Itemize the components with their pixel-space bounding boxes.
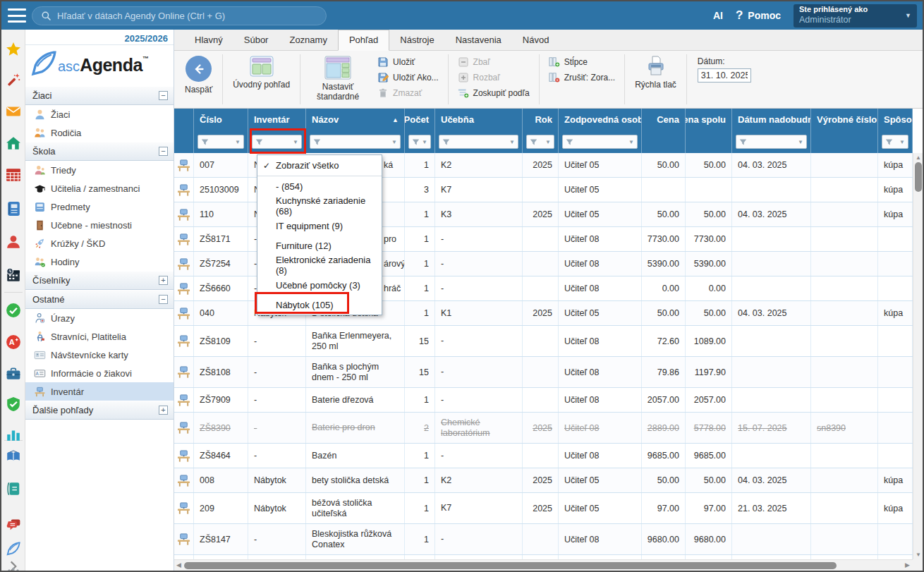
column-header-cena[interactable]: Cena [642, 109, 686, 130]
back-button[interactable]: Naspäť [178, 51, 219, 108]
tab-Pohľad[interactable]: Pohľad [338, 30, 389, 51]
wand-icon[interactable] [6, 72, 21, 87]
search-input[interactable] [57, 11, 317, 21]
dropdown-item-- (854)[interactable]: - (854) [257, 176, 382, 196]
person-icon[interactable] [6, 234, 21, 250]
pen-icon[interactable] [6, 541, 21, 556]
tab-Nástroje[interactable]: Nástroje [389, 30, 444, 50]
vertical-scrollbar[interactable]: ▲ ▼ [913, 153, 923, 559]
nav-item-Predmety[interactable]: Predmety [25, 197, 174, 216]
delete-button[interactable]: Zmazať [377, 87, 439, 99]
collapse-button[interactable]: Zbaľ [458, 56, 530, 68]
nav-item-Hodiny[interactable]: Hodiny [25, 252, 174, 271]
nav-item-Stravníci, Platitelia[interactable]: Stravníci, Platitelia [25, 327, 174, 346]
table-row[interactable]: ZŠ8464-Bazén1-Učiteľ 089685.009685.00 [174, 444, 913, 468]
column-header-sposob[interactable]: Spôsob [878, 109, 913, 130]
filter-combo-osoba[interactable]: ▼ [562, 135, 638, 149]
dropdown-item-Elektronické zariadenia (8)[interactable]: Elektronické zariadenia (8) [257, 255, 382, 275]
shield-check-icon[interactable] [6, 396, 21, 412]
mail-icon[interactable] [6, 104, 21, 119]
vertical-scrollbar-thumb[interactable] [915, 162, 922, 192]
aplus-circle-icon[interactable]: A [6, 334, 21, 350]
column-header-rok[interactable]: Rok [523, 109, 559, 130]
table-row[interactable]: 209Nábytokbéžová stolička učiteľská1K720… [174, 493, 913, 524]
calendar-clock-icon[interactable] [6, 267, 21, 283]
filter-combo-cislo[interactable]: ▼ [197, 135, 244, 149]
nav-item-Učebne - miestnosti[interactable]: Učebne - miestnosti [25, 216, 174, 234]
hamburger-menu-icon[interactable] [8, 8, 26, 23]
dropdown-item-Zobraziť všetko[interactable]: ✓Zobraziť všetko [257, 155, 382, 176]
filter-combo-rok[interactable]: ▼ [526, 135, 554, 149]
nav-item-Návštevnícke karty[interactable]: Návštevnícke karty [25, 346, 174, 364]
column-header-pocet[interactable]: Počet [405, 109, 435, 130]
expand-box-icon[interactable]: + [159, 406, 168, 415]
table-row[interactable]: ZŠ7909-Baterie dřezová1-Učiteľ 082057.00… [174, 388, 913, 413]
nav-section-Ďalšie pohľady[interactable]: Ďalšie pohľady+ [25, 401, 174, 420]
nav-item-Inventár[interactable]: Inventár [25, 382, 174, 401]
set-standard-button[interactable]: Nastaviť štandardné [304, 51, 372, 108]
chat-bubbles-icon[interactable] [6, 516, 21, 532]
nav-section-Číselníky[interactable]: Číselníky+ [25, 271, 174, 290]
table-row[interactable]: ZŠ8390-Baterie pro dron2Chemické laborat… [174, 413, 913, 444]
school-year[interactable]: 2025/2026 [25, 30, 174, 45]
quick-print-button[interactable]: Rýchla tlač [628, 51, 683, 108]
nav-item-Krúžky / ŠKD[interactable]: Krúžky / ŠKD [25, 234, 174, 252]
table-row[interactable]: 008Nábytokbety stolička detská1K22025Uči… [174, 468, 913, 493]
filter-combo-inventar[interactable]: ▼ [252, 135, 302, 149]
horizontal-scrollbar[interactable]: ◀ ▶ [174, 559, 913, 571]
home-view-button[interactable]: Úvodný pohľad [226, 51, 296, 108]
column-header-osoba[interactable]: Zodpovedná osoba [559, 109, 642, 130]
table-row[interactable]: ZŠ8108-Baňka s plochým dnem - 250 ml15-U… [174, 357, 913, 388]
help-button[interactable]: ? Pomoc [736, 8, 781, 23]
column-header-inventar[interactable]: Inventár [248, 109, 306, 130]
save-button[interactable]: Uložiť [377, 56, 439, 68]
filter-combo-sposob[interactable]: ▼ [882, 135, 908, 149]
columns-button[interactable]: Stĺpce [549, 56, 616, 68]
nav-item-Triedy[interactable]: Triedy [25, 161, 174, 179]
note-doc-icon[interactable] [6, 481, 21, 497]
nav-section-Žiaci[interactable]: Žiaci− [25, 86, 174, 105]
scroll-right-icon[interactable]: ▶ [905, 561, 910, 568]
gear-icon[interactable] [6, 567, 21, 572]
user-menu[interactable]: Ste prihlásený ako Administrátor ▼ [794, 4, 917, 28]
horizontal-scrollbar-thumb[interactable] [184, 562, 837, 569]
tab-Návod[interactable]: Návod [512, 30, 560, 50]
column-header-datum[interactable]: Dátum nadobudnuti [732, 109, 811, 130]
expand-box-icon[interactable]: + [159, 276, 168, 285]
star-icon[interactable] [6, 42, 21, 57]
filter-combo-pocet[interactable]: ▼ [408, 135, 431, 149]
check-circle-icon[interactable] [6, 303, 21, 318]
scroll-down-icon[interactable]: ▼ [913, 552, 923, 558]
filter-combo-ucebna[interactable]: ▼ [439, 135, 518, 149]
nav-item-Úrazy[interactable]: Úrazy [25, 309, 174, 327]
tab-Hlavný[interactable]: Hlavný [184, 30, 233, 50]
group-by-button[interactable]: Zoskupiť podľa [458, 87, 530, 99]
nav-section-Ostatné[interactable]: Ostatné− [25, 290, 174, 309]
dropdown-item-Učebné pomôcky (3)[interactable]: Učebné pomôcky (3) [257, 275, 382, 295]
dropdown-item-Nábytok (105)[interactable]: Nábytok (105) [257, 295, 382, 315]
column-header-nazov[interactable]: Názov▲ [306, 109, 405, 130]
home-icon[interactable] [6, 135, 21, 151]
bar-chart-icon[interactable] [6, 427, 21, 442]
save-as-button[interactable]: Uložiť Ako... [377, 72, 439, 83]
column-header-cenaSpolu[interactable]: Cena spolu [686, 109, 732, 130]
column-header-vyrobne[interactable]: Výrobné číslo [811, 109, 878, 130]
open-book-icon[interactable] [6, 447, 21, 463]
global-search[interactable] [32, 6, 327, 25]
column-header-cislo[interactable]: Číslo [194, 109, 248, 130]
nav-item-Rodičia[interactable]: Rodičia [25, 123, 174, 142]
tab-Súbor[interactable]: Súbor [233, 30, 279, 50]
filter-combo-datum[interactable]: ▼ [736, 135, 807, 149]
dropdown-item-Furniture (12)[interactable]: Furniture (12) [257, 236, 382, 255]
expand-button[interactable]: Rozbaľ [458, 72, 530, 83]
table-row[interactable]: ZŠ8147-Bleskojistka růžková Conatex1-Uči… [174, 524, 913, 555]
collapse-box-icon[interactable]: − [159, 295, 168, 304]
column-header-ucebna[interactable]: Učebňa [435, 109, 523, 130]
collapse-box-icon[interactable]: − [159, 91, 168, 100]
briefcase-icon[interactable] [6, 366, 21, 382]
scroll-left-icon[interactable]: ◀ [176, 561, 181, 568]
nav-item-Žiaci[interactable]: Žiaci [25, 105, 174, 123]
nav-section-Škola[interactable]: Škola− [25, 142, 174, 161]
nav-item-Informácie o žiakovi[interactable]: AInformácie o žiakovi [25, 364, 174, 382]
tab-Zoznamy[interactable]: Zoznamy [279, 30, 337, 50]
